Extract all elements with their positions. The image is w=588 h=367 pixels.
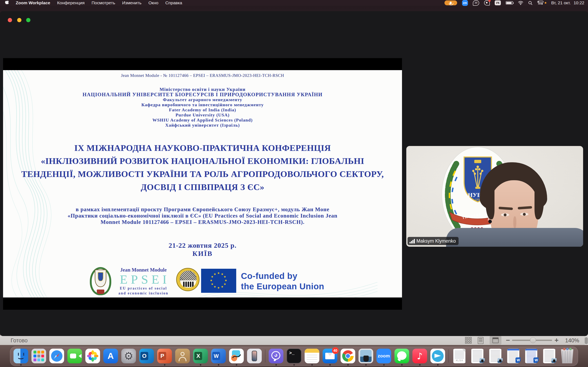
menubar-clock[interactable]: Вт, 21 окт. 10:22 (551, 0, 584, 5)
chat-badge-icon[interactable]: 39 (473, 0, 479, 6)
running-indicator (293, 364, 295, 366)
dock-item-notes[interactable] (305, 349, 319, 366)
dock-item-photos[interactable] (85, 349, 100, 366)
zoom-in-button[interactable]: + (554, 336, 559, 344)
dock-item-xlsx-file[interactable]: XLSX (452, 349, 467, 366)
shared-screen: Jean Monnet Module - № 101127466 – EPSEI… (3, 58, 402, 310)
trash-contents (563, 348, 572, 350)
menu-help[interactable]: Справка (165, 0, 182, 5)
scrollbar-end-cap[interactable] (585, 337, 588, 344)
dock-item-document-1[interactable] (470, 349, 485, 366)
cofunded-label: Co-funded by the European Union (241, 271, 324, 292)
university-coat-of-arms-logo (90, 267, 111, 295)
dock-item-document-2[interactable] (488, 349, 503, 366)
mic-active-indicator[interactable] (444, 0, 457, 5)
pdf-document-icon (488, 349, 503, 363)
dock-item-chrome[interactable] (341, 349, 355, 366)
terminal-icon: >_ (287, 349, 301, 363)
dock-item-launchpad[interactable] (31, 349, 46, 366)
participant-name: Maksym Klymenko (416, 238, 456, 244)
dock-item-trash[interactable] (560, 349, 575, 366)
mic-icon (450, 2, 452, 4)
presentation-slide: Jean Monnet Module - № 101127466 – EPSEI… (3, 70, 402, 298)
music-icon: ♪ (412, 349, 427, 363)
menu-conference[interactable]: Конференция (57, 0, 85, 5)
dock-item-word-document-2[interactable]: W (524, 349, 539, 366)
dock-item-zoom[interactable]: zoom (376, 349, 391, 366)
conference-title: IX МІЖНАРОДНА НАУКОВО-ПРАКТИЧНА КОНФЕРЕН… (3, 142, 402, 194)
dock-item-contacts[interactable] (175, 349, 190, 366)
window-fullscreen-button[interactable] (26, 18, 30, 22)
window-close-button[interactable] (8, 18, 12, 22)
safari-icon (49, 349, 64, 363)
dock-item-mail[interactable]: 40 (323, 349, 337, 366)
slide-sorter-view-icon[interactable] (465, 337, 472, 343)
zoom-percentage-label[interactable]: 140% (565, 337, 579, 344)
freeform-icon (229, 349, 244, 363)
running-indicator (236, 364, 237, 366)
zoom-menubar-icon[interactable]: zm (462, 0, 468, 6)
zoom-app-icon: zoom (376, 349, 391, 363)
dock-item-freeform[interactable] (229, 349, 244, 366)
menu-view[interactable]: Посмотреть (91, 0, 115, 5)
running-indicator (218, 364, 219, 366)
apple-menu-icon[interactable] (5, 1, 9, 5)
program-description: в рамках імплементації проєкту Програми … (3, 206, 402, 225)
dock-item-powerpoint[interactable]: P (157, 349, 172, 366)
finder-icon (13, 349, 28, 363)
wifi-icon[interactable] (518, 1, 523, 5)
dock-item-viber[interactable] (269, 349, 283, 366)
word-icon: W (211, 349, 226, 363)
dock-item-finder[interactable] (13, 349, 28, 366)
dock-item-messages[interactable] (394, 349, 409, 366)
running-indicator (164, 364, 165, 366)
department-round-logo (176, 268, 199, 291)
running-indicator (383, 364, 385, 366)
dock-item-safari[interactable] (49, 349, 64, 366)
conference-city: КИЇВ (3, 250, 402, 258)
dock-item-telegram[interactable] (430, 349, 445, 366)
dock-item-excel[interactable]: X (193, 349, 208, 366)
dock-item-music[interactable]: ♪ (412, 349, 427, 366)
participant-video-tile[interactable]: НУБіП 1898 TRADERE PROG Maks (406, 146, 583, 247)
window-minimize-button[interactable] (17, 18, 21, 22)
dock-item-photo-booth[interactable] (359, 349, 373, 366)
slideshow-view-button[interactable] (490, 336, 502, 345)
zoom-slider-knob[interactable] (530, 337, 536, 343)
control-center-icon[interactable] (537, 1, 546, 5)
running-indicator (419, 364, 421, 366)
slideshow-view-icon (493, 337, 499, 343)
normal-view-icon[interactable] (478, 337, 484, 344)
facetime-icon (67, 349, 82, 363)
dock-item-settings[interactable]: ⚙ (121, 349, 136, 366)
powerpoint-icon: P (157, 349, 172, 363)
dock-item-outlook[interactable]: O (139, 349, 154, 366)
menu-window[interactable]: Окно (148, 0, 158, 5)
dock-item-facetime[interactable] (67, 349, 82, 366)
spotlight-search-icon[interactable] (528, 1, 532, 5)
pdf-document-icon (542, 349, 557, 363)
dock-item-word[interactable]: W (211, 349, 226, 366)
battery-icon[interactable] (506, 1, 513, 4)
notes-icon (305, 349, 319, 363)
viber-menubar-icon[interactable] (484, 0, 490, 6)
dock-item-document-3[interactable] (542, 349, 557, 366)
zoom-out-button[interactable]: − (506, 336, 510, 344)
contacts-icon (175, 349, 190, 363)
project-reference-line: Jean Monnet Module - № 101127466 – EPSEI… (3, 73, 402, 78)
menu-edit[interactable]: Изменить (122, 0, 141, 5)
mail-unread-badge: 40 (332, 347, 339, 354)
active-app-name[interactable]: Zoom Workplace (16, 0, 50, 5)
trash-icon (560, 349, 575, 363)
running-indicator (437, 364, 439, 366)
dock-item-word-document-1[interactable]: W (506, 349, 521, 366)
dock-item-terminal[interactable]: >_ (287, 349, 301, 366)
dock-item-appstore[interactable]: A (103, 349, 118, 366)
running-indicator (347, 364, 349, 366)
dock-item-iphone-mirroring[interactable] (247, 349, 262, 366)
organizations-block: Міністерство освіти і науки України НАЦІ… (3, 87, 402, 128)
zoom-slider[interactable] (512, 340, 552, 341)
menu-bar: Zoom Workplace Конференция Посмотреть Из… (0, 0, 588, 6)
keyboard-layout-indicator[interactable]: УК (495, 0, 501, 5)
word-document-icon: W (524, 349, 539, 363)
